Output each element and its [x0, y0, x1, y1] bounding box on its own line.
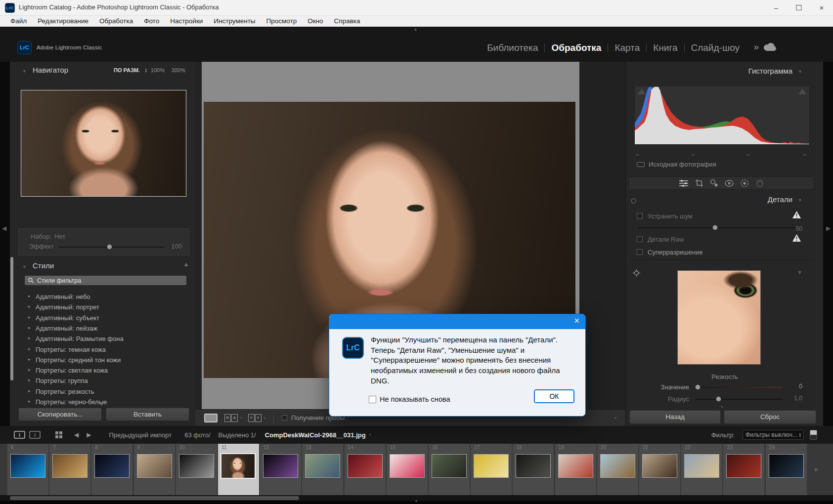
menu-item-Фото[interactable]: Фото: [138, 16, 165, 27]
filmstrip-thumbnail-flowers-dark[interactable]: 12: [260, 444, 302, 495]
denoise-slider-thumb[interactable]: [712, 225, 718, 230]
preset-item[interactable]: ▸Портреты: черно-белые: [25, 397, 188, 408]
preset-item[interactable]: ▸Портреты: группа: [25, 376, 188, 386]
main-window-icon[interactable]: 1: [14, 431, 25, 439]
styles-scrollbar[interactable]: [10, 257, 13, 380]
filmstrip-source[interactable]: Предыдущий импорт: [109, 431, 172, 439]
collapse-bottom-panel-icon[interactable]: ▼: [414, 499, 418, 504]
thumbnail-image-dalmatian-dog[interactable]: [179, 454, 214, 478]
sharpen-amount-slider-thumb[interactable]: [695, 384, 701, 390]
sharpen-radius-slider[interactable]: [695, 399, 783, 400]
next-photo-icon[interactable]: ▶: [87, 431, 91, 438]
second-window-icon[interactable]: 2: [29, 431, 41, 439]
preset-item[interactable]: ▸Портреты: средний тон кожи: [25, 355, 188, 366]
collapse-left-panel-icon[interactable]: ◀: [2, 225, 6, 232]
grid-view-icon[interactable]: [55, 431, 62, 438]
navigator-collapse-icon[interactable]: ▼: [22, 69, 27, 74]
detail-preview-image[interactable]: [677, 270, 761, 365]
heal-icon[interactable]: [710, 179, 718, 187]
highlight-clipping-icon[interactable]: [798, 88, 806, 94]
preset-amount-slider-thumb[interactable]: [107, 244, 112, 250]
preset-item[interactable]: ▸Адаптивный: Размытие фона: [25, 334, 188, 344]
filmstrip-thumbnail-blonde-woman[interactable]: 22: [681, 444, 723, 495]
thumbnail-image-woman-red-sofa[interactable]: [726, 454, 761, 478]
styles-expand-hint-icon[interactable]: ▾: [101, 403, 103, 407]
filmstrip-thumbnail-woman-portrait[interactable]: 11: [218, 444, 260, 495]
before-after-view-icon[interactable]: Y Y: [248, 414, 262, 422]
thumbnail-image-raspberry-drink[interactable]: [390, 454, 425, 478]
raw-details-checkbox[interactable]: [637, 236, 643, 242]
module-Слайд-шоу[interactable]: Слайд-шоу: [685, 42, 746, 53]
preset-item[interactable]: ▸Портреты: резкость: [25, 387, 188, 397]
preset-expand-icon[interactable]: ▸: [28, 325, 31, 330]
preset-item[interactable]: ▸Адаптивный: субъект: [25, 313, 188, 324]
filmstrip-thumbnail-german-shepherd[interactable]: 20: [597, 444, 639, 495]
styles-collapse-icon[interactable]: ▼: [22, 264, 27, 269]
filmstrip-thumbnail-woman-on-bed[interactable]: 21: [639, 444, 681, 495]
ok-button[interactable]: ОК: [534, 389, 574, 403]
filter-toggle-switch[interactable]: [810, 430, 817, 440]
preset-amount-slider[interactable]: [58, 247, 165, 248]
menu-item-Инструменты[interactable]: Инструменты: [208, 16, 261, 27]
detail-preview-collapse-icon[interactable]: ▼: [797, 269, 802, 275]
thumbnail-image-woman-jeans[interactable]: [305, 454, 340, 478]
thumbnail-image-dark-light-streak[interactable]: [769, 454, 804, 478]
denoise-checkbox[interactable]: [637, 213, 643, 219]
preset-item[interactable]: ▸Адаптивный: портрет: [25, 302, 188, 313]
filmstrip-thumbnail-dalmatian-dog[interactable]: 10: [176, 444, 218, 495]
thumbnail-image-camera-lens[interactable]: [432, 454, 467, 478]
filmstrip-thumbnail-woman-jeans[interactable]: 13: [302, 444, 344, 495]
menu-item-Окно[interactable]: Окно: [302, 16, 328, 27]
filmstrip-thumbnail-raspberry-drink[interactable]: 15: [387, 444, 428, 495]
dialog-titlebar[interactable]: ×: [329, 314, 585, 329]
filmstrip-thumbnail-cat-dark[interactable]: 18: [513, 444, 554, 495]
reference-view-icon[interactable]: R A: [224, 414, 238, 422]
module-Карта[interactable]: Карта: [608, 42, 646, 53]
thumbnail-image-space-planet[interactable]: [94, 454, 130, 478]
thumbnail-image-woman-on-bed[interactable]: [642, 454, 677, 478]
maximize-button[interactable]: ☐: [788, 0, 810, 15]
filmstrip-thumbnail-space-planet[interactable]: 8: [91, 444, 133, 495]
copy-settings-button[interactable]: Скопировать...: [18, 408, 102, 421]
filmstrip-thumbnail-neon-car[interactable]: 6: [7, 444, 49, 495]
menu-item-Редактирование[interactable]: Редактирование: [32, 16, 94, 27]
filmstrip-thumbnail-woman-by-window[interactable]: 9: [134, 444, 175, 495]
thumbnail-image-german-shepherd[interactable]: [600, 454, 635, 478]
paste-settings-button[interactable]: Вставить: [106, 408, 189, 421]
filmstrip-thumbnail-pug-red-sweater[interactable]: 19: [555, 444, 597, 495]
panel-expand-hint-icon[interactable]: ▾: [721, 405, 723, 409]
filmstrip-thumbnail-yellow-car[interactable]: 17: [471, 444, 512, 495]
preset-expand-icon[interactable]: ▸: [28, 399, 31, 404]
soft-proof-checkbox[interactable]: [282, 415, 287, 420]
filmstrip-scroll-right-icon[interactable]: ▶: [815, 466, 819, 472]
filmstrip-scrollbar-thumb[interactable]: [10, 496, 299, 500]
module-overflow-icon[interactable]: »: [753, 42, 759, 52]
sharpen-amount-slider[interactable]: [695, 387, 783, 388]
thumbnail-image-yellow-car[interactable]: [474, 454, 509, 478]
module-Обработка[interactable]: Обработка: [545, 42, 608, 53]
details-collapse-icon[interactable]: ▼: [798, 198, 802, 203]
preset-expand-icon[interactable]: ▸: [28, 294, 31, 298]
filmstrip-thumbnail-dark-light-streak[interactable]: 24: [766, 444, 807, 495]
collapse-right-panel-icon[interactable]: ▶: [826, 225, 831, 232]
preset-item[interactable]: ▸Портреты: светлая кожа: [25, 366, 188, 376]
preset-expand-icon[interactable]: ▸: [28, 304, 31, 309]
thumbnail-image-pug-red-sweater[interactable]: [558, 454, 593, 478]
masking-icon[interactable]: [740, 179, 749, 188]
raw-details-warning-icon[interactable]: [792, 234, 801, 242]
menu-item-Справка[interactable]: Справка: [329, 16, 366, 27]
filmstrip-thumbnail-spice-bottles[interactable]: 7: [49, 444, 91, 495]
preset-item[interactable]: ▸Адаптивный: небо: [25, 292, 188, 302]
panel-switch-icon[interactable]: [631, 198, 636, 204]
preset-expand-icon[interactable]: ▸: [28, 378, 31, 382]
module-Книга[interactable]: Книга: [647, 42, 684, 53]
filmstrip-filename[interactable]: CompDeskWalCol-2968__031.jpg: [265, 431, 366, 439]
minimize-button[interactable]: –: [765, 0, 788, 15]
previous-photo-icon[interactable]: ◀: [74, 431, 79, 438]
dialog-close-icon[interactable]: ×: [574, 316, 579, 326]
menu-item-Обработка[interactable]: Обработка: [94, 16, 138, 27]
collapse-top-panel-icon[interactable]: ▲: [413, 27, 418, 32]
histogram-graph[interactable]: [634, 85, 810, 145]
thumbnail-image-blonde-woman[interactable]: [684, 454, 719, 478]
shadow-clipping-icon[interactable]: [638, 88, 646, 94]
